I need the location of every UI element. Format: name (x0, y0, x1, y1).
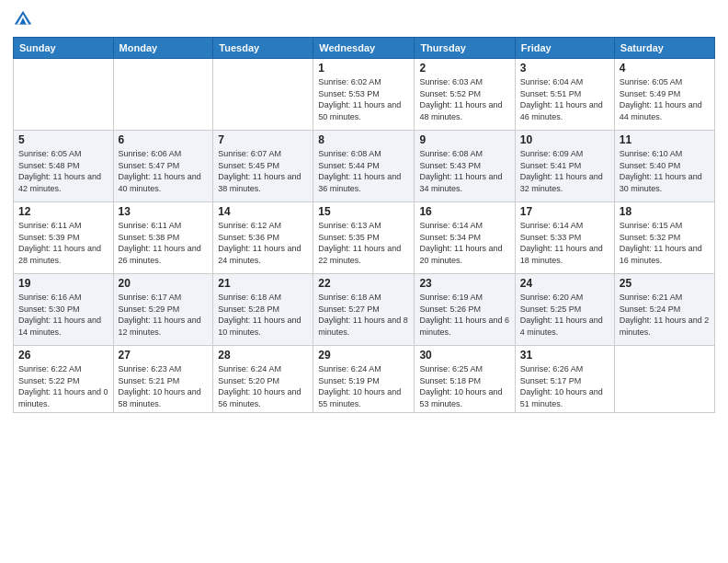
day-number: 24 (520, 277, 609, 290)
day-info: Sunrise: 6:21 AMSunset: 5:24 PMDaylight:… (620, 292, 710, 338)
day-info: Sunrise: 6:24 AMSunset: 5:20 PMDaylight:… (218, 363, 308, 409)
day-number: 3 (520, 62, 609, 75)
calendar-cell: 21Sunrise: 6:18 AMSunset: 5:28 PMDayligh… (213, 274, 313, 346)
calendar-table: SundayMondayTuesdayWednesdayThursdayFrid… (13, 37, 715, 413)
day-number: 1 (318, 62, 409, 75)
day-info: Sunrise: 6:02 AMSunset: 5:53 PMDaylight:… (318, 76, 409, 122)
calendar-cell (213, 59, 313, 131)
day-number: 17 (520, 205, 609, 218)
day-info: Sunrise: 6:14 AMSunset: 5:33 PMDaylight:… (520, 220, 609, 266)
calendar-cell: 5Sunrise: 6:05 AMSunset: 5:48 PMDaylight… (14, 131, 114, 202)
day-number: 10 (520, 133, 609, 146)
weekday-header-friday: Friday (515, 38, 614, 59)
weekday-header-row: SundayMondayTuesdayWednesdayThursdayFrid… (14, 38, 715, 59)
calendar-cell (113, 59, 213, 131)
day-number: 29 (318, 349, 409, 362)
day-number: 15 (318, 205, 409, 218)
day-info: Sunrise: 6:08 AMSunset: 5:43 PMDaylight:… (419, 148, 509, 194)
day-info: Sunrise: 6:16 AMSunset: 5:30 PMDaylight:… (18, 292, 108, 338)
calendar-cell: 25Sunrise: 6:21 AMSunset: 5:24 PMDayligh… (614, 274, 714, 346)
day-number: 18 (620, 205, 710, 218)
day-info: Sunrise: 6:14 AMSunset: 5:34 PMDaylight:… (419, 220, 509, 266)
day-number: 12 (18, 205, 108, 218)
day-number: 6 (119, 133, 209, 146)
week-row-2: 5Sunrise: 6:05 AMSunset: 5:48 PMDaylight… (14, 131, 715, 202)
day-number: 28 (218, 349, 308, 362)
calendar-cell: 22Sunrise: 6:18 AMSunset: 5:27 PMDayligh… (313, 274, 415, 346)
logo (13, 9, 37, 29)
calendar-cell: 11Sunrise: 6:10 AMSunset: 5:40 PMDayligh… (614, 131, 714, 202)
calendar-cell: 15Sunrise: 6:13 AMSunset: 5:35 PMDayligh… (313, 202, 415, 274)
weekday-header-tuesday: Tuesday (213, 38, 313, 59)
calendar-cell: 8Sunrise: 6:08 AMSunset: 5:44 PMDaylight… (313, 131, 415, 202)
weekday-header-sunday: Sunday (14, 38, 114, 59)
day-info: Sunrise: 6:04 AMSunset: 5:51 PMDaylight:… (520, 76, 609, 122)
calendar-cell: 27Sunrise: 6:23 AMSunset: 5:21 PMDayligh… (113, 346, 213, 413)
day-number: 2 (419, 62, 509, 75)
weekday-header-wednesday: Wednesday (313, 38, 415, 59)
week-row-4: 19Sunrise: 6:16 AMSunset: 5:30 PMDayligh… (14, 274, 715, 346)
day-number: 30 (419, 349, 509, 362)
day-info: Sunrise: 6:18 AMSunset: 5:28 PMDaylight:… (218, 292, 308, 338)
day-number: 19 (18, 277, 108, 290)
day-info: Sunrise: 6:25 AMSunset: 5:18 PMDaylight:… (419, 363, 509, 409)
day-number: 22 (318, 277, 409, 290)
day-info: Sunrise: 6:08 AMSunset: 5:44 PMDaylight:… (318, 148, 409, 194)
day-info: Sunrise: 6:17 AMSunset: 5:29 PMDaylight:… (119, 292, 209, 338)
calendar-cell (614, 346, 714, 413)
calendar-cell: 20Sunrise: 6:17 AMSunset: 5:29 PMDayligh… (113, 274, 213, 346)
calendar-cell: 12Sunrise: 6:11 AMSunset: 5:39 PMDayligh… (14, 202, 114, 274)
day-info: Sunrise: 6:18 AMSunset: 5:27 PMDaylight:… (318, 292, 409, 338)
weekday-header-monday: Monday (113, 38, 213, 59)
day-info: Sunrise: 6:20 AMSunset: 5:25 PMDaylight:… (520, 292, 609, 338)
day-info: Sunrise: 6:09 AMSunset: 5:41 PMDaylight:… (520, 148, 609, 194)
day-number: 5 (18, 133, 108, 146)
day-info: Sunrise: 6:10 AMSunset: 5:40 PMDaylight:… (620, 148, 710, 194)
day-info: Sunrise: 6:15 AMSunset: 5:32 PMDaylight:… (620, 220, 710, 266)
day-info: Sunrise: 6:06 AMSunset: 5:47 PMDaylight:… (119, 148, 209, 194)
day-number: 26 (18, 349, 108, 362)
calendar-cell: 6Sunrise: 6:06 AMSunset: 5:47 PMDaylight… (113, 131, 213, 202)
day-number: 14 (218, 205, 308, 218)
calendar-cell: 23Sunrise: 6:19 AMSunset: 5:26 PMDayligh… (415, 274, 515, 346)
calendar-cell (14, 59, 114, 131)
day-number: 9 (419, 133, 509, 146)
day-number: 27 (119, 349, 209, 362)
day-info: Sunrise: 6:11 AMSunset: 5:38 PMDaylight:… (119, 220, 209, 266)
day-number: 21 (218, 277, 308, 290)
day-info: Sunrise: 6:23 AMSunset: 5:21 PMDaylight:… (119, 363, 209, 409)
calendar-cell: 28Sunrise: 6:24 AMSunset: 5:20 PMDayligh… (213, 346, 313, 413)
day-number: 8 (318, 133, 409, 146)
header (13, 9, 715, 29)
calendar-cell: 16Sunrise: 6:14 AMSunset: 5:34 PMDayligh… (415, 202, 515, 274)
week-row-3: 12Sunrise: 6:11 AMSunset: 5:39 PMDayligh… (14, 202, 715, 274)
week-row-5: 26Sunrise: 6:22 AMSunset: 5:22 PMDayligh… (14, 346, 715, 413)
calendar-cell: 2Sunrise: 6:03 AMSunset: 5:52 PMDaylight… (415, 59, 515, 131)
calendar-cell: 14Sunrise: 6:12 AMSunset: 5:36 PMDayligh… (213, 202, 313, 274)
calendar-cell: 1Sunrise: 6:02 AMSunset: 5:53 PMDaylight… (313, 59, 415, 131)
calendar-cell: 3Sunrise: 6:04 AMSunset: 5:51 PMDaylight… (515, 59, 614, 131)
day-info: Sunrise: 6:03 AMSunset: 5:52 PMDaylight:… (419, 76, 509, 122)
day-number: 4 (620, 62, 710, 75)
calendar-cell: 26Sunrise: 6:22 AMSunset: 5:22 PMDayligh… (14, 346, 114, 413)
day-info: Sunrise: 6:13 AMSunset: 5:35 PMDaylight:… (318, 220, 409, 266)
day-info: Sunrise: 6:22 AMSunset: 5:22 PMDaylight:… (18, 363, 108, 409)
calendar-cell: 19Sunrise: 6:16 AMSunset: 5:30 PMDayligh… (14, 274, 114, 346)
weekday-header-saturday: Saturday (614, 38, 714, 59)
day-info: Sunrise: 6:07 AMSunset: 5:45 PMDaylight:… (218, 148, 308, 194)
calendar-cell: 7Sunrise: 6:07 AMSunset: 5:45 PMDaylight… (213, 131, 313, 202)
day-info: Sunrise: 6:05 AMSunset: 5:48 PMDaylight:… (18, 148, 108, 194)
calendar-cell: 10Sunrise: 6:09 AMSunset: 5:41 PMDayligh… (515, 131, 614, 202)
calendar-cell: 4Sunrise: 6:05 AMSunset: 5:49 PMDaylight… (614, 59, 714, 131)
calendar-cell: 13Sunrise: 6:11 AMSunset: 5:38 PMDayligh… (113, 202, 213, 274)
calendar-cell: 30Sunrise: 6:25 AMSunset: 5:18 PMDayligh… (415, 346, 515, 413)
page: SundayMondayTuesdayWednesdayThursdayFrid… (0, 0, 728, 563)
calendar-cell: 9Sunrise: 6:08 AMSunset: 5:43 PMDaylight… (415, 131, 515, 202)
calendar-cell: 31Sunrise: 6:26 AMSunset: 5:17 PMDayligh… (515, 346, 614, 413)
day-number: 25 (620, 277, 710, 290)
day-info: Sunrise: 6:05 AMSunset: 5:49 PMDaylight:… (620, 76, 710, 122)
day-info: Sunrise: 6:12 AMSunset: 5:36 PMDaylight:… (218, 220, 308, 266)
day-info: Sunrise: 6:24 AMSunset: 5:19 PMDaylight:… (318, 363, 409, 409)
week-row-1: 1Sunrise: 6:02 AMSunset: 5:53 PMDaylight… (14, 59, 715, 131)
calendar-cell: 18Sunrise: 6:15 AMSunset: 5:32 PMDayligh… (614, 202, 714, 274)
